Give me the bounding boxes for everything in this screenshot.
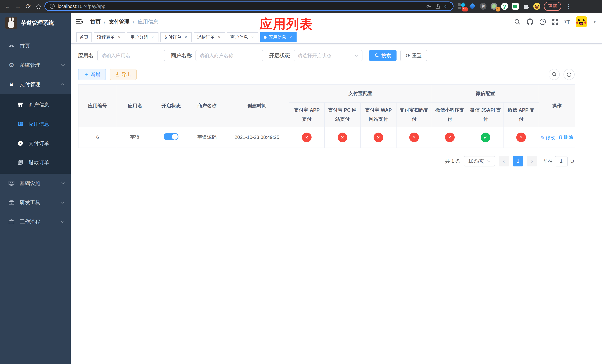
status-wechat-jsapi: ✓	[481, 133, 490, 142]
sidebar-item-payment[interactable]: ¥ 支付管理	[0, 75, 71, 94]
sidebar-item-app-info[interactable]: 应用信息	[0, 114, 71, 134]
status-wechat-lite: ×	[445, 133, 455, 142]
extension-vue-devtools-icon[interactable]: y	[501, 3, 508, 10]
browser-forward-button[interactable]: →	[13, 2, 22, 11]
chevron-up-icon	[61, 83, 65, 86]
extension-command-icon[interactable]: ⌘	[479, 3, 487, 10]
github-icon[interactable]	[527, 18, 534, 25]
add-button[interactable]: ＋ 新增	[78, 69, 106, 80]
url-text[interactable]: localhost:1024/pay/app	[58, 4, 423, 9]
page-number-button[interactable]: 1	[513, 156, 523, 166]
breadcrumb-home[interactable]: 首页	[90, 18, 101, 25]
status-alipay-wap: ×	[374, 133, 383, 142]
extension-proxy-icon[interactable]: 1	[490, 3, 498, 10]
sidebar-logo-row[interactable]: 芋道管理系统	[0, 13, 71, 33]
col-wechat-jsapi: 微信 JSAPI 支付	[468, 102, 503, 127]
header-search-icon[interactable]	[514, 19, 521, 25]
browser-update-button[interactable]: 更新	[544, 2, 561, 11]
extension-gem-icon[interactable]	[469, 3, 476, 10]
password-key-icon[interactable]	[426, 3, 432, 9]
extension-emoji-icon[interactable]	[533, 3, 540, 10]
cell-app-id: 6	[78, 127, 117, 148]
site-info-icon[interactable]	[50, 4, 55, 9]
sidebar-item-merchant-info[interactable]: 商户信息	[0, 95, 71, 114]
prev-page-button[interactable]: ‹	[499, 156, 509, 166]
tag-home[interactable]: 首页	[76, 32, 92, 42]
search-icon	[375, 53, 379, 58]
tag-payment-orders[interactable]: 支付订单×	[160, 32, 192, 42]
tag-close-icon[interactable]: ×	[183, 35, 188, 40]
fullscreen-icon[interactable]	[552, 19, 558, 25]
extension-tabs-icon[interactable]: 10	[458, 3, 465, 10]
cell-app-name: 芋道	[117, 127, 153, 148]
refresh-table-button[interactable]	[563, 69, 575, 80]
chevron-down-icon	[61, 201, 65, 204]
tags-view: 首页 流程表单× 用户分组× 支付订单× 退款订单× 商户信息× 应用信息×	[71, 31, 602, 44]
col-alipay-pc: 支付宝 PC 网站支付	[324, 102, 360, 127]
tag-close-icon[interactable]: ×	[117, 35, 122, 40]
trash-icon	[559, 135, 563, 139]
page-size-select[interactable]: 10条/页	[464, 156, 495, 166]
sidebar-item-dev-tools[interactable]: 研发工具	[0, 193, 71, 212]
tag-app-info[interactable]: 应用信息×	[260, 32, 297, 42]
merchant-name-input[interactable]	[195, 50, 263, 61]
sidebar-item-workflow[interactable]: 工作流程	[0, 212, 71, 231]
font-size-icon[interactable]: TT	[564, 19, 570, 25]
monitor-icon	[8, 180, 15, 186]
tag-close-icon[interactable]: ×	[150, 35, 155, 40]
next-page-button[interactable]: ›	[527, 156, 537, 166]
tag-close-icon[interactable]: ×	[288, 35, 293, 40]
cell-merchant: 芋道源码	[189, 127, 225, 148]
avatar-caret-icon[interactable]: ▼	[593, 20, 596, 24]
browser-menu-icon[interactable]: ⋮	[565, 3, 573, 10]
sidebar-item-system[interactable]: ⚙ 系统管理	[0, 55, 71, 75]
tag-user-group[interactable]: 用户分组×	[127, 32, 159, 42]
sidebar-collapse-icon[interactable]	[76, 19, 85, 25]
user-avatar[interactable]	[576, 16, 587, 27]
tag-close-icon[interactable]: ×	[216, 35, 222, 40]
extension-chat-icon[interactable]	[512, 3, 519, 10]
document-icon	[17, 160, 24, 165]
browser-back-button[interactable]: ←	[3, 2, 12, 11]
status-wechat-app: ×	[516, 133, 526, 142]
col-alipay-app: 支付宝 APP 支付	[289, 102, 324, 127]
tag-close-icon[interactable]: ×	[250, 35, 255, 40]
tag-merchant-info[interactable]: 商户信息×	[227, 32, 258, 42]
shop-icon	[17, 102, 24, 108]
goto-page-input[interactable]	[555, 156, 568, 166]
tag-refund-orders[interactable]: 退款订单×	[194, 32, 225, 42]
col-created: 创建时间	[225, 85, 289, 127]
breadcrumb-app-info: 应用信息	[138, 18, 159, 25]
payment-submenu: 商户信息 应用信息 ¥ 支付订单	[0, 94, 71, 174]
col-app-id: 应用编号	[78, 85, 117, 127]
search-button[interactable]: 搜索	[369, 50, 397, 61]
reset-button[interactable]: ⟳ 重置	[400, 50, 427, 61]
breadcrumb: 首页 / 支付管理 / 应用信息	[90, 18, 159, 25]
address-bar[interactable]: localhost:1024/pay/app ☆	[44, 1, 453, 11]
toolbox-icon	[8, 200, 15, 205]
delete-link[interactable]: 删除	[559, 134, 573, 140]
svg-text:?: ?	[542, 20, 544, 24]
status-select[interactable]: 请选择开启状态	[294, 50, 363, 61]
edit-link[interactable]: ✎修改	[541, 135, 555, 141]
sidebar-item-refund-orders[interactable]: 退款订单	[0, 153, 71, 172]
sidebar-item-infrastructure[interactable]: 基础设施	[0, 174, 71, 193]
sidebar-item-payment-orders[interactable]: ¥ 支付订单	[0, 134, 71, 153]
enabled-switch[interactable]	[164, 133, 178, 140]
status-label: 开启状态	[269, 52, 290, 59]
grid-icon	[17, 121, 24, 127]
tag-process-form[interactable]: 流程表单×	[94, 32, 125, 42]
browser-home-button[interactable]	[34, 2, 43, 11]
help-icon[interactable]: ?	[539, 19, 546, 25]
app-name-input[interactable]	[97, 50, 165, 61]
browser-reload-button[interactable]: ⟳	[24, 2, 32, 11]
export-button[interactable]: 导出	[110, 69, 137, 80]
dashboard-icon	[8, 43, 15, 49]
share-icon[interactable]	[435, 3, 441, 9]
extensions-puzzle-icon[interactable]	[522, 3, 530, 10]
toggle-search-button[interactable]	[549, 69, 560, 80]
bookmark-star-icon[interactable]: ☆	[443, 3, 448, 10]
chevron-down-icon	[61, 221, 65, 223]
breadcrumb-payment[interactable]: 支付管理	[109, 18, 129, 25]
sidebar-item-home[interactable]: 首页	[0, 36, 71, 55]
